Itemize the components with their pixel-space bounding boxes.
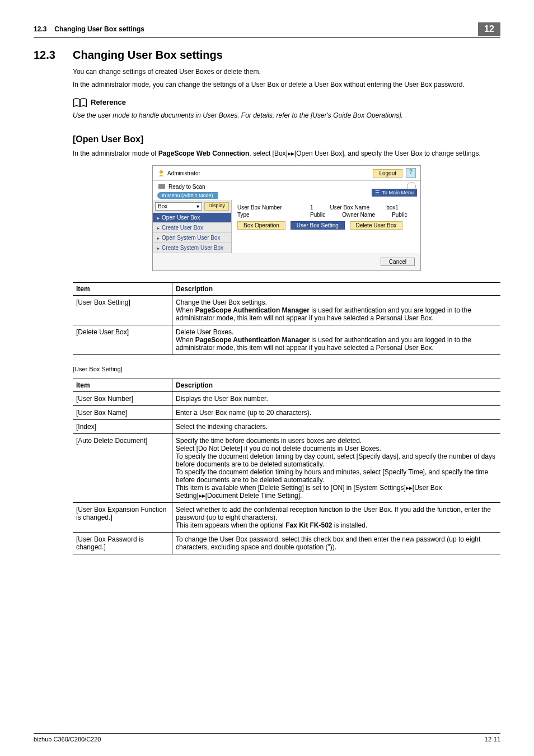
- t2-r4-desc: Select whether to add the confidential r…: [172, 502, 501, 532]
- table-row: [Index] Select the indexing characters.: [73, 419, 500, 433]
- header-chapter-number: 12: [478, 22, 500, 36]
- ss-to-main-menu[interactable]: ☰ To Main Menu: [372, 189, 417, 197]
- ss-cancel-button[interactable]: Cancel: [381, 258, 415, 266]
- t2-r5-desc: To change the User Box password, select …: [172, 532, 501, 554]
- svg-point-0: [160, 170, 163, 174]
- t2-r2-desc: Select the indexing characters.: [172, 419, 501, 433]
- ss-user-box-setting-button[interactable]: User Box Setting: [291, 221, 345, 230]
- header-section-title: Changing User Box settings: [54, 25, 478, 33]
- t2-head-desc: Description: [172, 379, 501, 391]
- t2-r3-item: [Auto Delete Document]: [73, 433, 172, 502]
- intro-paragraph-2: In the administrator mode, you can chang…: [73, 80, 500, 90]
- reference-heading: Reference: [73, 97, 500, 108]
- lead-pre: In the administrator mode of: [73, 150, 158, 157]
- t2-r0-item: [User Box Number]: [73, 391, 172, 405]
- ss-nav-open-system-user-box[interactable]: Open System User Box: [153, 233, 231, 243]
- table-row: [Delete User Box] Delete User Boxes. Whe…: [73, 325, 500, 355]
- lead-bold: PageScope Web Connection: [158, 150, 249, 157]
- t2-r3-desc: Specify the time before documents in use…: [172, 433, 501, 502]
- t1-head-item: Item: [73, 283, 172, 296]
- ss-nav-create-user-box[interactable]: Create User Box: [153, 223, 231, 233]
- ss-ubn-label: User Box Number: [237, 204, 293, 211]
- table-row: [User Box Password is changed.] To chang…: [73, 532, 500, 554]
- table-row: [User Box Number] Displays the User Box …: [73, 391, 500, 405]
- ss-display-button[interactable]: Display: [204, 202, 229, 211]
- t2-r4-item: [User Box Expansion Function is changed.…: [73, 502, 172, 532]
- book-icon: [73, 97, 87, 108]
- ss-box-select[interactable]: Box ▾: [155, 202, 202, 211]
- table-row: [User Box Name] Enter a User Box name (u…: [73, 405, 500, 419]
- ss-owner-label: Owner Name: [342, 212, 375, 218]
- ss-type-value: Public: [310, 212, 325, 218]
- ss-ready-label: Ready to Scan: [166, 184, 407, 190]
- ss-type-label: Type: [237, 212, 293, 218]
- printer-icon: [157, 183, 166, 190]
- table-row: [User Box Setting] Change the User Box s…: [73, 296, 500, 325]
- ss-nav-create-system-user-box[interactable]: Create System User Box: [153, 243, 231, 253]
- reference-label: Reference: [91, 98, 126, 106]
- ss-menu-mode: In Menu (Admin Mode): [157, 192, 218, 199]
- page-footer: bizhub C360/C280/C220 12-11: [34, 733, 500, 743]
- embedded-screenshot: Administrator Logout ? Ready to Scan In …: [152, 165, 421, 271]
- running-header: 12.3 Changing User Box settings 12: [34, 22, 500, 38]
- ss-ubn-value: 1: [310, 204, 313, 211]
- ss-logout-button[interactable]: Logout: [373, 169, 402, 178]
- t1-r1-desc: Delete User Boxes. When PageScope Authen…: [172, 325, 501, 355]
- ss-ubname-label: User Box Name: [330, 204, 370, 211]
- ss-owner-value: Public: [392, 212, 407, 218]
- t1-r0-item: [User Box Setting]: [73, 296, 172, 325]
- t2-head-item: Item: [73, 379, 172, 391]
- chevron-down-icon: ▾: [196, 203, 199, 209]
- table-row: [Auto Delete Document] Specify the time …: [73, 433, 500, 502]
- table-user-box-setting-fields: Item Description [User Box Number] Displ…: [73, 379, 500, 554]
- t2-r0-desc: Displays the User Box number.: [172, 391, 501, 405]
- admin-icon: [157, 169, 165, 177]
- intro-paragraph-1: You can change settings of created User …: [73, 67, 500, 77]
- t1-r1-item: [Delete User Box]: [73, 325, 172, 355]
- list-icon: ☰: [375, 190, 380, 195]
- lead-paragraph: In the administrator mode of PageScope W…: [73, 149, 500, 158]
- footer-page-number: 12-11: [485, 736, 500, 743]
- t2-r1-desc: Enter a User Box name (up to 20 characte…: [172, 405, 501, 419]
- reference-text: Use the user mode to handle documents in…: [73, 111, 500, 120]
- header-section-number: 12.3: [34, 25, 46, 33]
- ss-delete-user-box-button[interactable]: Delete User Box: [350, 221, 403, 230]
- t2-r1-item: [User Box Name]: [73, 405, 172, 419]
- t1-head-desc: Description: [172, 283, 501, 296]
- ss-help-button[interactable]: ?: [406, 168, 416, 178]
- t2-r2-item: [Index]: [73, 419, 172, 433]
- t2-r5-item: [User Box Password is changed.]: [73, 532, 172, 554]
- heading-2: [Open User Box]: [73, 134, 500, 144]
- subhead-user-box-setting: [User Box Setting]: [73, 365, 500, 374]
- svg-rect-1: [158, 184, 165, 189]
- h1-number: 12.3: [34, 49, 73, 62]
- footer-model: bizhub C360/C280/C220: [34, 736, 101, 743]
- table-row: [User Box Expansion Function is changed.…: [73, 502, 500, 532]
- heading-1: 12.3 Changing User Box settings: [34, 49, 500, 62]
- table-user-box-actions: Item Description [User Box Setting] Chan…: [73, 282, 500, 355]
- lead-post: , select [Box]▸▸[Open User Box], and spe…: [249, 150, 481, 157]
- ss-box-operation-button[interactable]: Box Operation: [237, 221, 285, 230]
- t1-r0-desc: Change the User Box settings. When PageS…: [172, 296, 501, 325]
- ss-ubname-value: box1: [386, 204, 399, 211]
- ss-admin-label: Administrator: [167, 170, 200, 176]
- h1-title: Changing User Box settings: [73, 49, 223, 62]
- ss-nav-open-user-box[interactable]: Open User Box: [153, 213, 231, 223]
